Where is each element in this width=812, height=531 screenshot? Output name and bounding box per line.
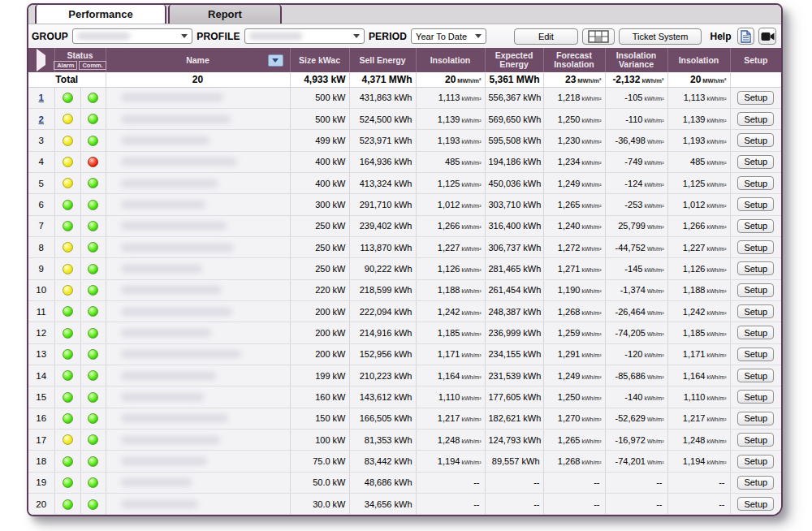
chevron-down-icon: [181, 34, 188, 38]
name-header[interactable]: Name: [106, 48, 290, 72]
table-row: 16 150 kW 166,505 kWh 1,217kWh/m² 182,62…: [28, 408, 781, 429]
row-number-cell[interactable]: 7: [28, 215, 54, 236]
arrow-right-icon: [37, 49, 45, 71]
alarm-status-cell: [54, 194, 80, 215]
row-number-cell[interactable]: 20: [28, 494, 54, 515]
row-number-cell[interactable]: 14: [28, 365, 54, 386]
row-number-cell[interactable]: 2: [28, 108, 54, 129]
setup-button[interactable]: Setup: [737, 219, 774, 233]
group-dropdown[interactable]: [72, 28, 192, 44]
row-number-cell[interactable]: 1: [28, 87, 54, 108]
site-name-redacted: [121, 308, 232, 316]
row-number-cell[interactable]: 17: [28, 430, 54, 451]
sell-energy-header[interactable]: Sell Energy: [349, 48, 416, 72]
setup-button[interactable]: Setup: [737, 433, 774, 447]
setup-button[interactable]: Setup: [737, 326, 774, 339]
expected-energy-header[interactable]: Expected Energy: [485, 48, 543, 72]
setup-cell: Setup: [730, 151, 781, 172]
row-number-cell[interactable]: 10: [28, 279, 54, 300]
expander-header[interactable]: [28, 48, 54, 72]
site-name-cell: [106, 430, 290, 451]
comm-status-led: [88, 93, 98, 103]
period-dropdown[interactable]: Year To Date: [411, 28, 486, 44]
setup-button[interactable]: Setup: [737, 283, 774, 297]
expected-energy-cell: 234,155 kWh: [485, 343, 543, 365]
insolation-header[interactable]: Insolation: [416, 48, 485, 72]
sell-energy-cell: 34,656 kWh: [349, 494, 416, 515]
insolation-cell: 1,012kWh/m²: [416, 194, 485, 215]
forecast-insolation-cell: 1,234kWh/m²: [543, 151, 605, 172]
row-number-cell[interactable]: 6: [28, 194, 54, 215]
row-number-cell[interactable]: 13: [28, 343, 54, 365]
row-number-cell[interactable]: 5: [28, 172, 54, 193]
sell-energy-cell: 152,956 kWh: [349, 343, 416, 365]
table-row: 8 250 kW 113,870 kWh 1,227kWh/m² 306,737…: [28, 236, 781, 257]
forecast-insolation-cell: 1,250kWh/m²: [543, 108, 605, 129]
row-number-cell[interactable]: 15: [28, 386, 54, 408]
table-header-row: Status Alarm Comm. Name Size kWac Se: [28, 48, 781, 72]
ticket-system-button[interactable]: Ticket System: [619, 28, 702, 45]
insolation-variance-cell: -120kWh/m²: [605, 343, 667, 365]
setup-button[interactable]: Setup: [737, 112, 774, 126]
setup-button[interactable]: Setup: [737, 497, 774, 511]
insolation-variance-cell: --: [605, 494, 667, 515]
row-number-cell[interactable]: 16: [28, 408, 54, 429]
profile-label: PROFILE: [197, 31, 240, 42]
setup-button[interactable]: Setup: [737, 369, 774, 382]
name-sort-button[interactable]: [268, 54, 283, 67]
setup-button[interactable]: Setup: [737, 155, 774, 169]
forecast-insolation-cell: 1,272kWh/m²: [543, 236, 605, 257]
expected-energy-cell: 261,454 kWh: [485, 279, 543, 300]
setup-button[interactable]: Setup: [737, 240, 774, 254]
setup-button[interactable]: Setup: [737, 348, 774, 361]
setup-button[interactable]: Setup: [737, 412, 774, 425]
size-header[interactable]: Size kWac: [290, 48, 349, 72]
sell-energy-cell: 83,442 kWh: [349, 451, 416, 472]
size-cell: 200 kW: [290, 343, 349, 365]
help-document-button[interactable]: [737, 28, 755, 45]
edit-button[interactable]: Edit: [514, 28, 578, 45]
setup-button[interactable]: Setup: [737, 91, 774, 105]
forecast-insolation-cell: 1,218kWh/m²: [543, 87, 605, 108]
row-number-cell[interactable]: 8: [28, 236, 54, 257]
profile-dropdown-value-redacted: [249, 32, 302, 40]
insolation2-cell: 1,248kWh/m²: [667, 430, 730, 451]
insolation2-cell: 1,217kWh/m²: [667, 408, 730, 429]
comm-status-led: [88, 370, 98, 381]
setup-button[interactable]: Setup: [737, 476, 774, 490]
setup-button[interactable]: Setup: [737, 133, 774, 147]
insolation-variance-header[interactable]: Insolation Variance: [605, 48, 667, 72]
row-number-cell[interactable]: 9: [28, 258, 54, 279]
tab-performance[interactable]: Performance: [35, 5, 166, 24]
setup-button[interactable]: Setup: [737, 176, 774, 190]
tab-report[interactable]: Report: [168, 5, 282, 24]
row-number-cell[interactable]: 11: [28, 300, 54, 322]
grid-layout-button[interactable]: [582, 28, 615, 45]
insolation2-header[interactable]: Insolation: [667, 48, 730, 72]
alarm-status-cell: [54, 472, 80, 493]
forecast-insolation-header[interactable]: Forecast Insolation: [543, 48, 605, 72]
expected-energy-cell: 89,557 kWh: [485, 451, 543, 472]
setup-button[interactable]: Setup: [737, 390, 774, 404]
setup-button[interactable]: Setup: [737, 261, 774, 275]
setup-button[interactable]: Setup: [737, 455, 774, 468]
insolation-variance-cell: -749kWh/m²: [605, 151, 667, 172]
site-name-cell: [106, 215, 290, 236]
row-number-cell[interactable]: 18: [28, 451, 54, 472]
help-video-button[interactable]: [758, 28, 776, 45]
chevron-down-icon: [475, 34, 482, 38]
size-cell: 250 kW: [290, 236, 349, 257]
row-number-cell[interactable]: 12: [28, 322, 54, 343]
row-number-cell[interactable]: 3: [28, 130, 54, 151]
site-name-cell: [106, 172, 290, 193]
site-name-cell: [106, 494, 290, 515]
row-number-cell[interactable]: 19: [28, 472, 54, 493]
row-number-cell[interactable]: 4: [28, 151, 54, 172]
setup-button[interactable]: Setup: [737, 197, 774, 211]
sell-energy-cell: 90,222 kWh: [349, 258, 416, 279]
setup-button[interactable]: Setup: [737, 304, 774, 318]
grid-layout-icon: [588, 30, 609, 43]
comm-status-cell: [80, 322, 106, 343]
profile-dropdown[interactable]: [244, 28, 365, 44]
period-dropdown-value: Year To Date: [416, 32, 467, 41]
